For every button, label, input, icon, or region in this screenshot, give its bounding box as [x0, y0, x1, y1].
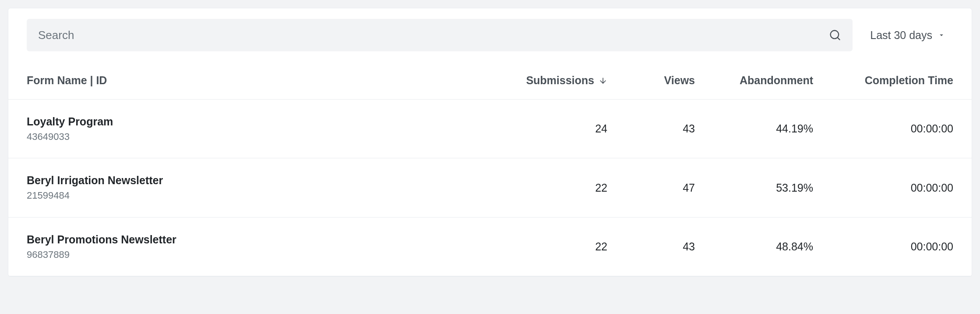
sort-desc-icon: [599, 76, 607, 85]
cell-name: Beryl Promotions Newsletter96837889: [27, 232, 502, 261]
cell-abandonment: 53.19%: [695, 182, 813, 194]
cell-views: 43: [607, 122, 695, 135]
table-body: Loyalty Program43649033244344.19%00:00:0…: [8, 100, 972, 276]
forms-card: Last 30 days Form Name | ID Submissions …: [8, 8, 972, 277]
cell-submissions: 22: [502, 182, 607, 194]
column-header-completion[interactable]: Completion Time: [813, 74, 953, 87]
cell-submissions: 24: [502, 122, 607, 135]
table-header: Form Name | ID Submissions Views Abandon…: [8, 62, 972, 100]
column-header-name-label: Form Name | ID: [27, 74, 107, 86]
form-name: Beryl Promotions Newsletter: [27, 232, 502, 247]
cell-completion: 00:00:00: [813, 122, 953, 135]
form-name: Beryl Irrigation Newsletter: [27, 173, 502, 188]
column-header-views-label: Views: [664, 74, 695, 86]
table-row[interactable]: Beryl Irrigation Newsletter2159948422475…: [8, 158, 972, 217]
column-header-submissions[interactable]: Submissions: [502, 74, 607, 87]
column-header-completion-label: Completion Time: [865, 74, 953, 86]
form-id: 21599484: [27, 189, 502, 202]
top-bar: Last 30 days: [8, 8, 972, 62]
cell-abandonment: 44.19%: [695, 122, 813, 135]
form-name: Loyalty Program: [27, 114, 502, 129]
cell-abandonment: 48.84%: [695, 240, 813, 253]
table-row[interactable]: Beryl Promotions Newsletter9683788922434…: [8, 218, 972, 276]
column-header-abandonment-label: Abandonment: [740, 74, 813, 86]
column-header-submissions-label: Submissions: [526, 74, 594, 87]
cell-submissions: 22: [502, 240, 607, 253]
form-id: 43649033: [27, 130, 502, 143]
table-row[interactable]: Loyalty Program43649033244344.19%00:00:0…: [8, 100, 972, 158]
search-icon[interactable]: [829, 29, 841, 41]
cell-completion: 00:00:00: [813, 182, 953, 194]
column-header-abandonment[interactable]: Abandonment: [695, 74, 813, 87]
chevron-down-icon: [938, 31, 945, 39]
column-header-name[interactable]: Form Name | ID: [27, 74, 502, 87]
date-filter-label: Last 30 days: [870, 29, 932, 42]
date-filter-dropdown[interactable]: Last 30 days: [870, 29, 953, 42]
cell-completion: 00:00:00: [813, 240, 953, 253]
svg-line-1: [838, 37, 840, 39]
form-id: 96837889: [27, 248, 502, 261]
search-input[interactable]: [38, 29, 829, 42]
cell-name: Loyalty Program43649033: [27, 114, 502, 143]
cell-views: 43: [607, 240, 695, 253]
cell-views: 47: [607, 182, 695, 194]
column-header-views[interactable]: Views: [607, 74, 695, 87]
search-container: [27, 19, 853, 51]
cell-name: Beryl Irrigation Newsletter21599484: [27, 173, 502, 202]
